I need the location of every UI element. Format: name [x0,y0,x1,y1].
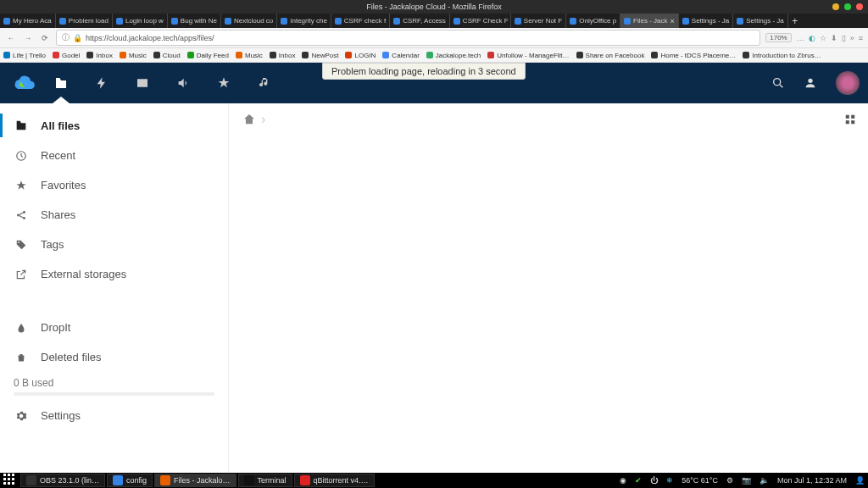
bookmark-item[interactable]: Music [236,52,263,59]
bookmark-item[interactable]: Music [120,52,147,59]
taskbar-app[interactable]: qBittorrent v4.… [294,474,375,487]
clock[interactable]: Mon Jul 1, 12:32 AM [777,476,847,485]
browser-tab[interactable]: Integrity che [277,14,331,28]
zoom-indicator[interactable]: 170% [765,33,791,42]
svg-point-1 [808,79,812,83]
bookmark-item[interactable]: Share on Facebook [576,52,645,59]
nav-favorites[interactable] [214,63,234,103]
bookmark-label: Daily Feed [197,52,229,59]
new-tab-button[interactable]: + [788,14,802,28]
bookmark-item[interactable]: Introduction to Zbrus… [743,52,821,59]
browser-tab[interactable]: OnlyOffice p [566,14,620,28]
ghostery-icon[interactable]: ◐ [809,34,815,42]
nav-files[interactable] [51,63,71,103]
bookmark-item[interactable]: Life | Trello [3,52,46,59]
browser-tab[interactable]: CSRF, Access [390,14,450,28]
bookmark-favicon [120,52,126,58]
external-icon [14,269,29,280]
browser-tab[interactable]: Bug with Ne [168,14,221,28]
sidebar-item-dropit[interactable]: DropIt [0,313,228,342]
star-icon[interactable]: ☆ [820,34,826,42]
taskbar-app-label: qBittorrent v4.… [314,476,369,485]
maximize-button[interactable] [844,3,851,10]
back-button[interactable]: ← [5,32,17,44]
minimize-button[interactable] [832,3,839,10]
menu-icon[interactable]: ≡ [859,34,863,42]
bookmark-item[interactable]: Inbox [86,52,113,59]
nav-audio[interactable] [173,63,193,103]
bookmark-item[interactable]: LOGIN [345,52,376,59]
sidebar-item-deleted-files[interactable]: Deleted files [0,342,228,372]
taskbar-app-label: Terminal [258,476,287,485]
browser-tab[interactable]: Settings - Ja [733,14,787,28]
sidebar-item-external-storages[interactable]: External storages [0,259,228,289]
volume-icon[interactable]: 🔈 [760,476,769,485]
browser-tab[interactable]: Problem load [56,14,113,28]
quota-text: 0 B used [14,377,53,389]
bookmark-favicon [382,52,389,58]
bookmark-item[interactable]: NewPost [302,52,338,59]
address-field[interactable]: ⓘ 🔒 https://cloud.jackalope.tech/apps/fi… [56,30,760,46]
contacts-icon[interactable] [804,76,817,90]
reader-icon[interactable]: … [797,34,804,42]
browser-tab[interactable]: CSRF check f [331,14,390,28]
bookmark-favicon [345,52,352,58]
bookmark-item[interactable]: Inbox [270,52,296,59]
forward-button[interactable]: → [22,32,34,44]
sidebar-item-favorites[interactable]: Favorites [0,170,228,200]
home-icon[interactable] [242,113,256,126]
user-icon[interactable]: 👤 [855,476,865,485]
browser-tab[interactable]: Nextcloud co [221,14,277,28]
bookmark-item[interactable]: Cloud [153,52,181,59]
taskbar-app[interactable]: OBS 23.1.0 (lin… [20,474,105,487]
nav-activity[interactable] [92,63,112,103]
browser-tab[interactable]: Files - Jack× [620,14,679,28]
svg-rect-7 [846,115,849,119]
taskbar-app[interactable]: config [107,474,153,487]
bookmark-item[interactable]: Unfollow - ManageFlit… [487,52,569,59]
tray-icon[interactable]: ◉ [620,476,626,485]
taskbar-app[interactable]: Terminal [238,474,292,487]
tray-icon[interactable]: ⚙ [726,476,733,485]
bookmark-label: Life | Trello [13,52,46,59]
apps-menu[interactable] [3,474,17,487]
bookmark-item[interactable]: Jackalope.tech [426,52,481,59]
tray-icon[interactable]: ✔ [635,476,642,485]
bookmark-label: LOGIN [354,52,376,59]
svg-rect-10 [851,120,854,124]
nav-music[interactable] [254,63,275,103]
browser-tab[interactable]: CSRF Check F [450,14,511,28]
browser-tab[interactable]: Server Not F [511,14,566,28]
browser-tab[interactable]: Settings - Ja [679,14,733,28]
reload-button[interactable]: ⟳ [39,32,51,44]
close-tab-icon[interactable]: × [670,17,675,25]
bookmark-bar-icon[interactable]: ▯ [842,34,846,42]
nav-gallery[interactable] [132,63,153,103]
sidebar-item-tags[interactable]: Tags [0,230,228,259]
browser-tab[interactable]: My Hero Aca [0,14,56,28]
tab-label: Server Not F [524,17,562,25]
bookmark-item[interactable]: Daily Feed [187,52,229,59]
sidebar: All filesRecentFavoritesSharesTagsExtern… [0,103,229,473]
overflow-icon[interactable]: » [850,34,854,42]
grid-view-toggle[interactable] [844,114,856,125]
download-icon[interactable]: ⬇ [831,34,837,42]
sidebar-item-all-files[interactable]: All files [0,110,228,141]
nextcloud-logo[interactable] [8,68,39,98]
search-icon[interactable] [771,76,785,90]
bookmark-item[interactable]: Home - tDCS Placeme… [651,52,736,59]
close-button[interactable] [856,3,863,10]
sidebar-item-recent[interactable]: Recent [0,141,228,170]
avatar[interactable] [836,71,860,95]
tray-icon[interactable]: 📷 [742,476,751,485]
bookmark-favicon [187,52,194,58]
browser-tab[interactable]: Login loop w [113,14,168,28]
bookmark-label: Inbox [96,52,113,59]
bookmark-favicon [86,52,93,58]
tray-icon[interactable]: ⏻ [650,476,658,485]
bookmark-item[interactable]: Godel [53,52,80,59]
bookmark-item[interactable]: Calendar [382,52,419,59]
sidebar-settings[interactable]: Settings [0,401,228,430]
taskbar-app[interactable]: Files - Jackalo… [154,474,236,487]
sidebar-item-shares[interactable]: Shares [0,200,228,230]
